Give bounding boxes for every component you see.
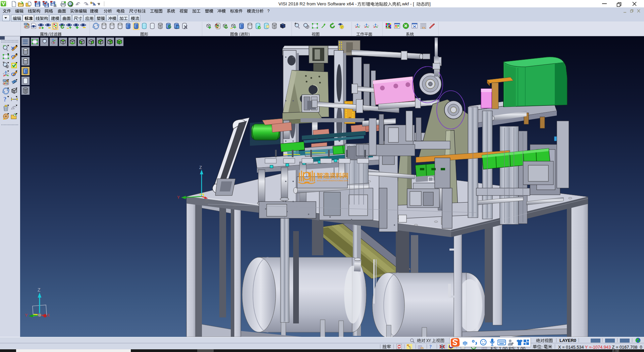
svg-text:Z: Z [199,165,202,170]
svg-text:INTELLIGENT MANUFACTURING DATA: INTELLIGENT MANUFACTURING DATA [317,180,348,182]
svg-text:Y: Y [177,195,180,200]
svg-text:?: ? [3,96,6,103]
svg-text:Y: Y [25,313,28,318]
svg-text:X: X [47,313,50,318]
svg-text:Z: Z [38,287,41,293]
